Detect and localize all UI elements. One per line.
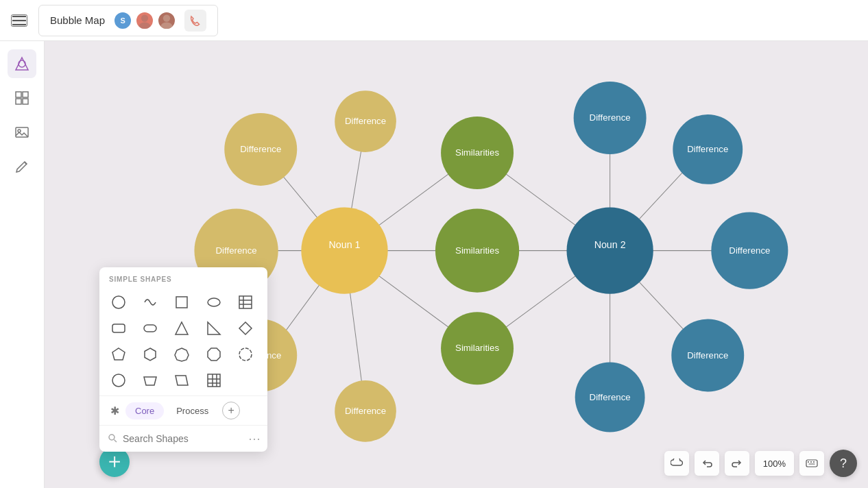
svg-text:Difference: Difference — [687, 144, 728, 154]
cloud-button[interactable] — [664, 451, 689, 476]
sidebar-item-image[interactable] — [8, 118, 36, 147]
svg-point-5 — [19, 60, 25, 67]
help-button[interactable]: ? — [830, 450, 857, 477]
shape-triangle[interactable] — [168, 316, 195, 341]
sidebar-item-grid[interactable] — [8, 84, 36, 112]
svg-rect-61 — [239, 296, 252, 308]
shape-pentagon[interactable] — [105, 342, 132, 367]
shape-table[interactable] — [232, 290, 259, 315]
search-icon — [108, 433, 117, 445]
svg-marker-76 — [144, 377, 156, 385]
help-icon: ? — [840, 456, 847, 471]
shape-circle-sm[interactable] — [105, 368, 132, 393]
svg-marker-77 — [176, 376, 188, 385]
search-input[interactable] — [123, 433, 243, 444]
svg-point-1 — [138, 22, 150, 29]
redo-button[interactable] — [725, 451, 749, 476]
avatar-s: S — [113, 11, 132, 30]
main-area: Difference Difference Difference Differe… — [0, 41, 868, 488]
phone-button[interactable] — [184, 10, 206, 32]
avatar-2 — [135, 11, 154, 30]
svg-point-60 — [208, 298, 220, 306]
shape-oval[interactable] — [200, 290, 228, 315]
app-title: Bubble Map — [50, 14, 105, 26]
search-options-icon[interactable]: ⋯ — [248, 431, 261, 446]
svg-point-83 — [109, 435, 114, 440]
shape-curved[interactable] — [136, 290, 164, 315]
svg-text:Difference: Difference — [687, 350, 728, 361]
add-tab-button[interactable]: + — [222, 402, 240, 419]
zoom-value: 100% — [763, 459, 786, 469]
shape-grid2[interactable] — [200, 368, 228, 393]
avatar-3 — [157, 11, 176, 30]
svg-marker-70 — [112, 348, 125, 360]
svg-rect-6 — [16, 92, 21, 97]
shapes-panel: SIMPLE SHAPES — [99, 267, 267, 452]
search-bar: ⋯ — [99, 425, 267, 452]
menu-button[interactable] — [11, 14, 27, 27]
shape-decagon[interactable] — [232, 342, 259, 367]
shape-square[interactable] — [168, 290, 195, 315]
svg-text:Similarities: Similarities — [455, 245, 499, 256]
bottom-bar: 100% ? — [664, 450, 857, 477]
shapes-grid — [99, 287, 267, 395]
shapes-section-label: SIMPLE SHAPES — [99, 267, 267, 287]
canvas-area[interactable]: Difference Difference Difference Differe… — [45, 41, 868, 488]
svg-point-2 — [163, 14, 170, 21]
svg-text:Difference: Difference — [345, 406, 386, 416]
shape-right-triangle[interactable] — [200, 316, 228, 341]
shape-rect-rounded[interactable] — [105, 316, 132, 341]
svg-point-75 — [112, 374, 125, 387]
svg-line-84 — [114, 439, 117, 442]
svg-point-0 — [141, 14, 148, 21]
svg-text:Difference: Difference — [729, 245, 770, 256]
shape-heptagon[interactable] — [168, 342, 195, 367]
sidebar-item-draw[interactable] — [8, 152, 36, 181]
svg-rect-66 — [144, 325, 156, 332]
svg-marker-72 — [175, 348, 189, 361]
svg-marker-67 — [176, 322, 188, 334]
svg-rect-8 — [16, 99, 21, 104]
svg-text:Difference: Difference — [590, 392, 631, 402]
undo-button[interactable] — [695, 451, 719, 476]
sidebar-item-shapes[interactable] — [8, 49, 36, 78]
svg-rect-59 — [176, 297, 187, 308]
svg-text:Similarities: Similarities — [455, 147, 499, 158]
shape-rect-pill[interactable] — [136, 316, 164, 341]
shape-parallelogram[interactable] — [168, 368, 195, 393]
shape-trapezoid[interactable] — [136, 368, 164, 393]
svg-marker-73 — [208, 348, 220, 361]
header: Bubble Map S — [0, 0, 868, 41]
svg-marker-71 — [145, 348, 156, 361]
svg-text:Difference: Difference — [240, 144, 281, 154]
title-bar: Bubble Map S — [38, 5, 218, 36]
tab-core[interactable]: Core — [125, 402, 164, 419]
svg-point-3 — [160, 22, 172, 29]
shape-hexagon[interactable] — [136, 342, 164, 367]
svg-point-46 — [566, 207, 653, 293]
svg-rect-78 — [208, 374, 220, 387]
svg-text:Similarities: Similarities — [455, 343, 499, 353]
shape-diamond[interactable] — [232, 316, 259, 341]
zoom-display: 100% — [755, 451, 794, 476]
tab-process[interactable]: Process — [167, 402, 218, 419]
svg-text:Difference: Difference — [345, 116, 386, 126]
shape-octagon[interactable] — [200, 342, 228, 367]
svg-rect-9 — [23, 99, 28, 104]
svg-point-38 — [301, 207, 387, 293]
svg-marker-68 — [208, 322, 220, 334]
tab-icon-star[interactable]: ✱ — [106, 402, 123, 419]
svg-point-74 — [239, 348, 252, 361]
svg-text:Difference: Difference — [216, 245, 257, 256]
svg-text:Noun  1: Noun 1 — [329, 239, 361, 250]
svg-text:Noun  2: Noun 2 — [594, 239, 626, 250]
svg-point-58 — [112, 296, 125, 308]
shape-circle[interactable] — [105, 290, 132, 315]
shape-placeholder — [232, 368, 259, 393]
sidebar — [0, 41, 45, 488]
svg-marker-4 — [16, 58, 28, 70]
shapes-tabs: ✱ Core Process + — [99, 395, 267, 425]
avatars-group: S — [113, 11, 176, 30]
svg-text:Difference: Difference — [590, 112, 631, 123]
keyboard-button[interactable] — [799, 451, 824, 476]
